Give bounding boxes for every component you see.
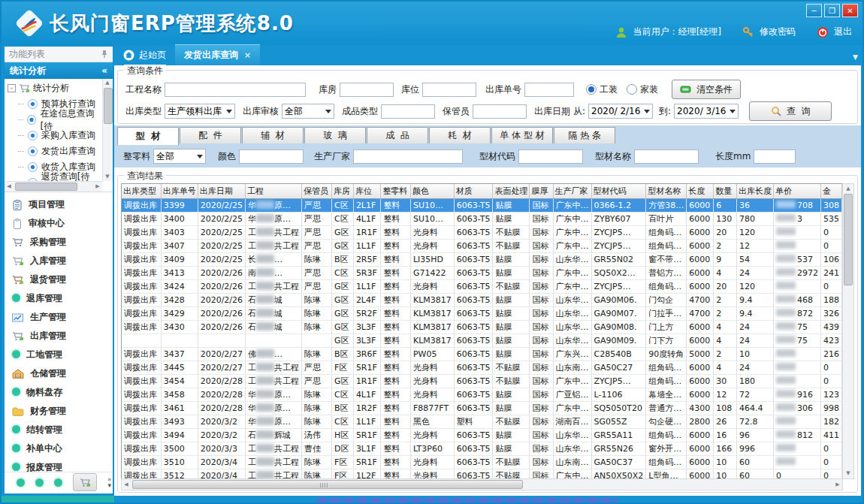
tree-item[interactable]: 在途信息查询[待	[8, 112, 101, 128]
sidebar-module-item[interactable]: 退库管理	[5, 289, 113, 308]
column-header[interactable]: 表面处理	[493, 184, 530, 199]
column-header[interactable]: 金	[820, 184, 841, 199]
table-horizontal-scrollbar[interactable]: ◀ ▶	[121, 478, 843, 490]
column-header[interactable]: 出库单号	[161, 184, 198, 199]
table-row[interactable]: 调拨出库34072020/2/25工共工程严思G区1L1F整料光身料6063-T…	[122, 240, 842, 253]
date-from-picker[interactable]: 2020/ 2/16	[588, 104, 653, 119]
sidebar-module-item[interactable]: 审核中心	[5, 214, 113, 233]
material-tab[interactable]: 配 件	[180, 127, 241, 143]
project-name-input[interactable]	[165, 83, 306, 97]
table-row[interactable]: 调拨出库34372020/2/27佛…陈琳B区3R6F整料PW056063-T5…	[122, 348, 842, 361]
scroll-down-icon[interactable]: ▼	[103, 173, 112, 181]
close-button[interactable]: ✕	[842, 4, 858, 17]
column-header[interactable]: 出库类型	[122, 184, 161, 199]
material-tab[interactable]: 型 材	[117, 127, 179, 145]
pin-icon[interactable]	[101, 50, 108, 59]
table-row[interactable]: G区3L3F整料KLM38176063-T5贴膜国标山东华…GA90M09.门下…	[122, 334, 842, 348]
tab-home[interactable]: 起始页	[114, 45, 175, 65]
sidebar-module-item[interactable]: 入库管理	[5, 252, 113, 270]
table-row[interactable]: 调拨出库34282020/2/26石城陈琳G区2L4F整料KLM38176063…	[122, 294, 842, 307]
column-header[interactable]: 数量	[714, 184, 737, 199]
search-button[interactable]: 查 询	[749, 101, 832, 121]
table-row[interactable]: 调拨出库34292020/2/26石城陈琳G区5R2F整料KLM38176063…	[122, 307, 842, 321]
tree-vertical-scrollbar[interactable]: ▲ ▼	[102, 79, 113, 181]
material-tab[interactable]: 隔 热 条	[554, 127, 615, 143]
maximize-button[interactable]: ❐	[824, 4, 840, 17]
sidebar-module-item[interactable]: 补单中心	[5, 439, 113, 458]
column-header[interactable]: 出库日期	[198, 184, 245, 199]
table-row[interactable]: 调拨出库33992020/2/25华原…严思C区2L1F整料SU10…6063-…	[122, 199, 842, 213]
column-header[interactable]: 出库长度	[736, 184, 773, 199]
column-header[interactable]: 型材名称	[646, 184, 687, 199]
column-header[interactable]: 保管员	[302, 184, 332, 199]
column-header[interactable]: 长度	[687, 184, 714, 199]
table-row[interactable]: 调拨出库34302020/2/26石城陈琳G区3L3F整料KLM38176063…	[122, 321, 842, 334]
material-tab[interactable]: 玻 璃	[304, 127, 366, 143]
sidebar-module-item[interactable]: 项目管理	[5, 195, 113, 214]
manufacturer-input[interactable]	[353, 149, 463, 164]
tab-shipment-query[interactable]: 发货出库查询 ×	[175, 44, 260, 65]
column-header[interactable]: 库位	[353, 184, 381, 199]
table-row[interactable]: 调拨出库34002020/2/25华原…严思C区4L1F整料SU10…6063-…	[122, 213, 842, 226]
material-tab[interactable]: 成 品	[367, 127, 428, 143]
tree-expander-icon[interactable]: -	[8, 84, 16, 92]
sidebar-module-item[interactable]: 仓储管理	[5, 364, 113, 383]
table-row[interactable]: 调拨出库34942020/3/2石辉城汤伟H区5R1F整料光身料6063-T5贴…	[122, 429, 842, 442]
quick-dot-icon[interactable]	[17, 478, 25, 487]
collapse-icon[interactable]: «	[101, 65, 107, 76]
product-type-input[interactable]	[381, 104, 435, 119]
sidebar-module-item[interactable]: 采购管理	[5, 233, 113, 252]
column-header[interactable]: 库房	[332, 184, 354, 199]
table-row[interactable]: 调拨出库34612020/2/28华原…陈琳B区1R2F整料F8877FT606…	[122, 402, 842, 415]
scroll-right-icon[interactable]: ▶	[93, 182, 102, 191]
table-vertical-scrollbar[interactable]: ▲ ▼	[842, 183, 854, 479]
column-header[interactable]: 颜色	[410, 184, 454, 199]
out-type-select[interactable]: 生产领料出库	[165, 104, 235, 119]
warehouse-input[interactable]	[340, 83, 394, 97]
table-row[interactable]: 调拨出库34452020/2/27工共工程严思F区5R1F整料光身料6063-T…	[122, 361, 842, 375]
tree-item[interactable]: 采购入库查询	[8, 128, 101, 143]
scroll-up-icon[interactable]: ▲	[103, 79, 112, 87]
scroll-left-icon[interactable]: ◀	[5, 182, 14, 191]
column-header[interactable]: 型材代码	[591, 184, 646, 199]
date-to-picker[interactable]: 2020/ 3/16	[674, 104, 739, 119]
sidebar-module-item[interactable]: 工地管理	[5, 346, 113, 364]
table-row[interactable]: 调拨出库34542020/2/28工共工程严思G区1R1F整料光身料6063-T…	[122, 375, 842, 388]
column-header[interactable]: 整零料	[381, 184, 410, 199]
profile-name-input[interactable]	[634, 149, 699, 164]
column-header[interactable]: 单价	[773, 184, 820, 199]
column-header[interactable]: 工程	[246, 184, 302, 199]
gongzhuang-radio[interactable]	[586, 84, 597, 95]
sidebar-module-item[interactable]: 物料盘存	[5, 383, 113, 402]
sidebar-module-item[interactable]: 结转管理	[5, 421, 113, 439]
sidebar-module-item[interactable]: 出库管理	[5, 327, 113, 346]
table-row[interactable]: 调拨出库34132020/2/26南…严思C区5R3F整料G714226063-…	[122, 267, 842, 280]
clear-conditions-button[interactable]: 清空条件	[672, 80, 741, 99]
material-tab[interactable]: 辅 材	[242, 127, 304, 143]
out-audit-select[interactable]: 全部	[282, 104, 334, 119]
table-row[interactable]: 调拨出库35122020/3/4工共工程陈琳F区1L2F整料光身料6063-T5…	[122, 469, 842, 480]
change-password-link[interactable]: 修改密码	[760, 26, 796, 38]
scroll-up-icon[interactable]: ▲	[844, 185, 853, 193]
quick-cart-button[interactable]	[73, 473, 97, 491]
order-no-input[interactable]	[524, 83, 574, 97]
table-row[interactable]: 调拨出库35102020/3/4工共工程陈琳F区5R1F整料光身料6063-T5…	[122, 456, 842, 469]
tree-root[interactable]: - 统计分析	[8, 80, 101, 96]
logout-link[interactable]: 退出	[834, 26, 852, 38]
table-row[interactable]: 调拨出库34582020/2/28华原…陈琳C区4L1F整料光身料6063-T5…	[122, 388, 842, 402]
minimize-button[interactable]: ─	[806, 4, 822, 17]
column-header[interactable]: 材质	[454, 184, 493, 199]
jiazhuang-radio[interactable]	[627, 84, 637, 95]
tree-item[interactable]: 发货出库查询	[8, 143, 101, 159]
table-row[interactable]: 调拨出库34242020/2/26工共工程严思G区1L1F整料光身料6063-T…	[122, 280, 842, 294]
quick-dot-icon[interactable]	[35, 478, 44, 487]
length-input[interactable]	[754, 149, 796, 164]
profile-code-input[interactable]	[518, 149, 583, 164]
tab-overflow-icon[interactable]: ▼	[853, 53, 858, 61]
material-tab[interactable]: 单 体 型 材	[491, 127, 553, 143]
scroll-down-icon[interactable]: ▼	[844, 469, 853, 478]
column-header[interactable]: 膜厚	[530, 184, 553, 199]
keeper-input[interactable]	[473, 104, 527, 119]
table-row[interactable]: 调拨出库34032020/2/25工共工程严思G区1R1F整料光身料6063-T…	[122, 226, 842, 240]
color-input[interactable]	[239, 149, 304, 164]
